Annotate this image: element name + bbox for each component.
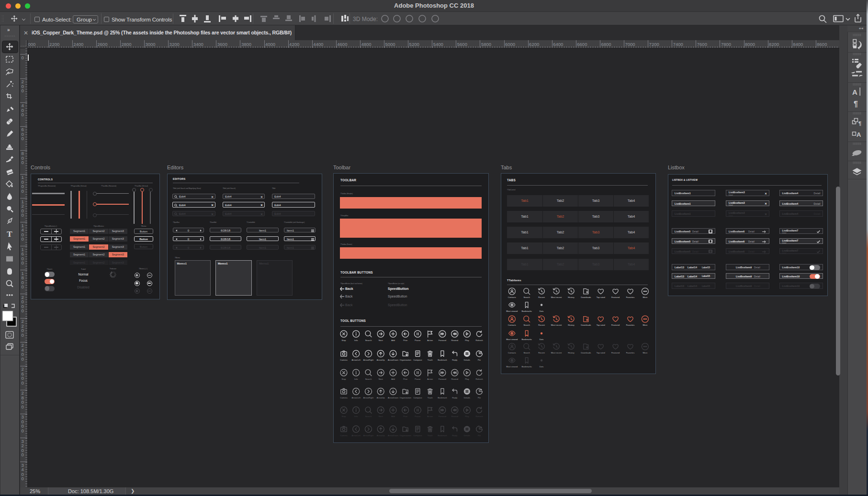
svg-text:Details: Details xyxy=(464,434,470,437)
svg-text:Refresh: Refresh xyxy=(476,378,484,380)
svg-text:Add: Add xyxy=(391,339,395,342)
svg-text:Pie: Pie xyxy=(478,359,481,361)
svg-text:More: More xyxy=(643,352,648,354)
svg-text:Next: Next xyxy=(379,378,383,380)
svg-text:Contacts: Contacts xyxy=(508,324,516,326)
svg-text:Top rated: Top rated xyxy=(597,352,606,354)
svg-text:More: More xyxy=(643,296,648,298)
svg-text:Action: Action xyxy=(427,378,433,380)
svg-text:Trash: Trash xyxy=(428,434,433,437)
svg-text:Search: Search xyxy=(365,415,372,418)
svg-text:Trash: Trash xyxy=(428,397,433,399)
svg-text:Info: Info xyxy=(354,378,358,380)
svg-text:Dots: Dots xyxy=(540,310,544,312)
svg-text:Forward: Forward xyxy=(439,339,446,342)
svg-text:Details: Details xyxy=(464,397,470,399)
svg-text:Prior: Prior xyxy=(403,415,408,418)
svg-text:Featured: Featured xyxy=(611,324,620,326)
svg-text:History: History xyxy=(568,352,575,354)
svg-text:Camera: Camera xyxy=(340,397,348,399)
svg-text:Featured: Featured xyxy=(611,352,620,354)
svg-text:Pause: Pause xyxy=(415,339,421,342)
svg-text:ArrowLeft: ArrowLeft xyxy=(352,397,361,399)
svg-text:T: T xyxy=(7,230,12,239)
svg-text:Search: Search xyxy=(365,378,372,380)
svg-text:Downloads: Downloads xyxy=(581,296,591,298)
svg-text:Rewind: Rewind xyxy=(451,415,459,418)
svg-text:Bookmark: Bookmark xyxy=(438,359,447,361)
svg-text:ArrowLeft: ArrowLeft xyxy=(352,359,361,361)
svg-text:Refresh: Refresh xyxy=(476,415,484,418)
svg-text:Bookmarks: Bookmarks xyxy=(521,365,532,368)
svg-text:Search: Search xyxy=(523,324,530,326)
svg-text:Dots: Dots xyxy=(540,338,544,341)
svg-text:Trash: Trash xyxy=(428,359,433,361)
svg-text:Forward: Forward xyxy=(439,378,446,380)
svg-text:Action: Action xyxy=(427,339,433,342)
svg-text:Organization: Organization xyxy=(400,397,412,399)
svg-text:Top rated: Top rated xyxy=(597,296,606,298)
svg-text:Search: Search xyxy=(523,296,530,298)
svg-text:Prior: Prior xyxy=(403,339,408,342)
svg-text:Favorites: Favorites xyxy=(626,324,635,326)
svg-text:Add: Add xyxy=(391,415,395,418)
svg-text:A: A xyxy=(852,88,857,96)
svg-text:Recent: Recent xyxy=(538,296,545,298)
svg-text:Bookmark: Bookmark xyxy=(438,434,447,437)
svg-text:¶: ¶ xyxy=(858,121,861,126)
svg-text:Downloads: Downloads xyxy=(581,324,591,326)
svg-text:Pause: Pause xyxy=(415,378,421,380)
svg-text:Reply: Reply xyxy=(452,359,458,361)
svg-text:Bookmark: Bookmark xyxy=(438,397,447,399)
svg-text:Favorites: Favorites xyxy=(626,352,635,354)
svg-text:Info: Info xyxy=(354,339,358,342)
svg-text:Rewind: Rewind xyxy=(451,378,459,380)
svg-text:Refresh: Refresh xyxy=(476,339,484,342)
svg-text:Next: Next xyxy=(379,415,383,418)
svg-text:ArrowLeft: ArrowLeft xyxy=(352,434,361,437)
svg-text:Compose: Compose xyxy=(413,397,422,399)
svg-text:Top rated: Top rated xyxy=(597,324,606,326)
svg-text:Forward: Forward xyxy=(439,415,446,418)
svg-text:Contacts: Contacts xyxy=(508,352,516,354)
svg-text:Contacts: Contacts xyxy=(508,296,516,298)
svg-text:Pie: Pie xyxy=(478,397,481,399)
svg-text:Play: Play xyxy=(465,415,469,418)
svg-text:Compose: Compose xyxy=(413,434,422,437)
svg-text:Featured: Featured xyxy=(611,296,620,298)
svg-text:Compose: Compose xyxy=(413,359,422,361)
svg-text:Organization: Organization xyxy=(400,359,412,361)
svg-text:Stop: Stop xyxy=(342,378,346,380)
svg-text:Stop: Stop xyxy=(342,415,346,418)
svg-text:Bookmarks: Bookmarks xyxy=(521,338,532,341)
svg-text:Recent: Recent xyxy=(538,324,545,326)
svg-text:Most recent: Most recent xyxy=(551,296,562,298)
svg-text:Most viewed: Most viewed xyxy=(506,365,518,368)
svg-text:Action: Action xyxy=(427,415,433,418)
svg-text:Add: Add xyxy=(391,378,395,380)
svg-text:Most viewed: Most viewed xyxy=(506,310,518,312)
svg-text:Reply: Reply xyxy=(452,397,458,399)
svg-text:Recent: Recent xyxy=(538,352,545,354)
svg-text:Stop: Stop xyxy=(342,339,346,342)
svg-text:A: A xyxy=(857,131,861,138)
svg-text:3D Mode:: 3D Mode: xyxy=(353,16,378,22)
svg-text:More: More xyxy=(643,324,648,326)
svg-text:ArrowDown: ArrowDown xyxy=(388,359,399,361)
svg-text:Play: Play xyxy=(465,339,469,342)
svg-text:Most recent: Most recent xyxy=(551,324,562,326)
svg-text:Search: Search xyxy=(523,352,530,354)
svg-text:Downloads: Downloads xyxy=(581,352,591,354)
svg-text:Camera: Camera xyxy=(340,434,348,437)
svg-text:ArrowRight: ArrowRight xyxy=(363,434,374,437)
svg-text:ArrowUp: ArrowUp xyxy=(377,434,385,437)
svg-text:Prior: Prior xyxy=(403,378,408,380)
svg-text:¶: ¶ xyxy=(854,100,858,108)
svg-text:Info: Info xyxy=(354,415,358,418)
svg-text:Reply: Reply xyxy=(452,434,458,437)
svg-text:Dots: Dots xyxy=(540,365,544,368)
svg-text:Camera: Camera xyxy=(340,359,348,361)
svg-text:History: History xyxy=(568,296,575,298)
svg-text:ArrowRight: ArrowRight xyxy=(363,397,374,399)
svg-text:Pie: Pie xyxy=(478,434,481,437)
